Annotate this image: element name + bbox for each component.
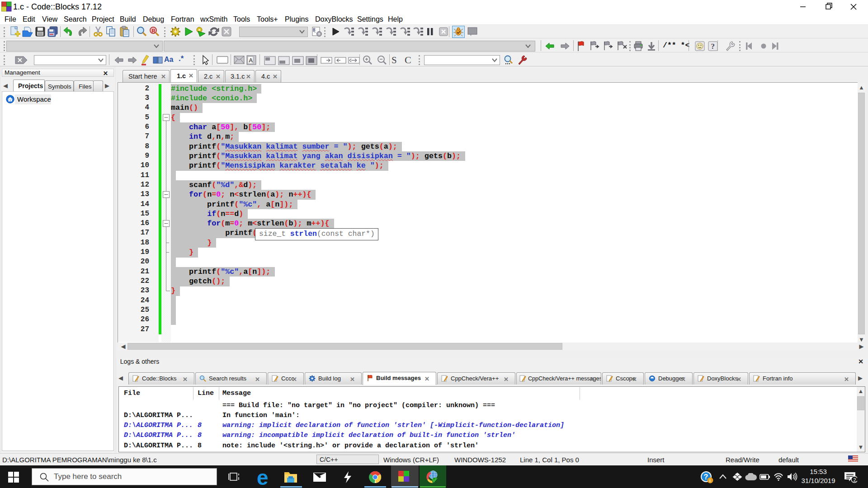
svg-text:2: 2 [854,477,856,483]
svg-text:i: i [709,479,711,483]
svg-text:R: R [152,28,156,33]
svg-text:?: ? [711,42,715,51]
svg-text:A: A [249,57,253,64]
